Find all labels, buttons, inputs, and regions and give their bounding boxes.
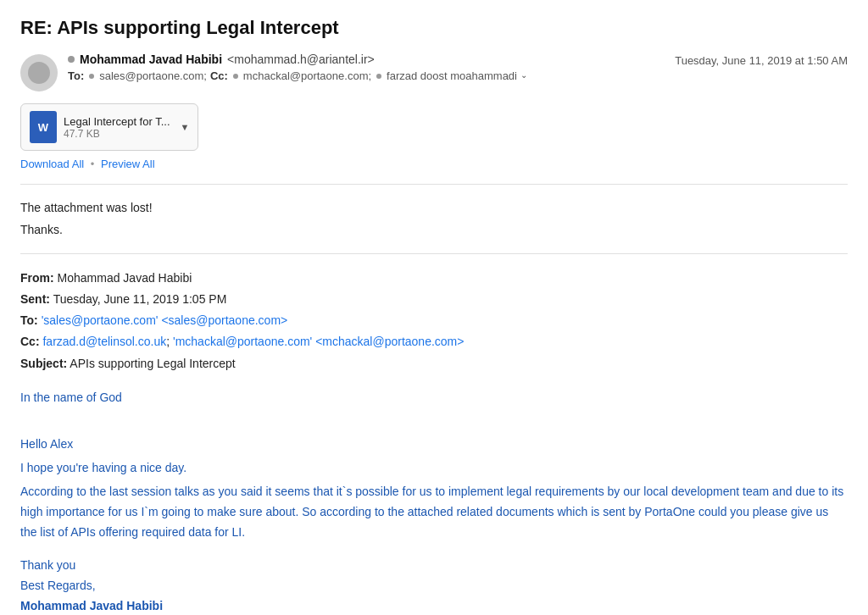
attachment-area: W Legal Intercept for T... 47.7 KB ▼ Dow… <box>20 103 848 170</box>
quoted-cc-label: Cc: <box>20 335 40 348</box>
cc-dot1-icon <box>233 74 238 79</box>
quoted-to-label: To: <box>20 313 38 327</box>
body-line2 <box>20 412 848 432</box>
cc-label: Cc: <box>210 69 228 82</box>
divider-2 <box>20 253 848 254</box>
body-line3: Hello Alex <box>20 435 848 455</box>
word-icon: W <box>30 111 57 143</box>
sign-thanks: Thank you <box>20 556 848 576</box>
body-intro1: The attachment was lost! <box>20 198 848 217</box>
quoted-section: From: Mohammad Javad Habibi Sent: Tuesda… <box>20 268 848 374</box>
attachment-separator: • <box>91 158 95 170</box>
recipients-expand-icon[interactable]: ⌄ <box>520 70 532 82</box>
body-intro2: Thanks. <box>20 220 848 239</box>
to-dot-icon <box>89 74 94 79</box>
attachment-size: 47.7 KB <box>64 128 170 140</box>
cc-address2: farzad doost moahammadi <box>387 69 517 82</box>
quoted-to: To: 'sales@portaone.com' <sales@portaone… <box>20 310 848 331</box>
sign-regards: Best Regards, <box>20 576 848 596</box>
signature: Thank you Best Regards, Mohammad Javad H… <box>20 556 848 615</box>
divider-1 <box>20 184 848 185</box>
quoted-meta: From: Mohammad Javad Habibi Sent: Tuesda… <box>20 268 848 374</box>
cc-dot2-icon <box>376 74 381 79</box>
quoted-subject: Subject: APIs supporting Legal Intercept <box>20 353 848 374</box>
header-row-wrap: Mohammad Javad Habibi <mohammad.h@ariant… <box>68 53 848 69</box>
quoted-cc-link1[interactable]: farzad.d@telinsol.co.uk <box>42 335 166 348</box>
to-label: To: <box>68 69 84 82</box>
header-meta: Mohammad Javad Habibi <mohammad.h@ariant… <box>68 53 848 82</box>
quoted-cc-link2[interactable]: 'mchackal@portaone.com' <box>173 335 312 348</box>
email-header: Mohammad Javad Habibi <mohammad.h@ariant… <box>20 53 848 91</box>
quoted-to-link2-href[interactable]: <sales@portaone.com> <box>161 313 287 327</box>
body-line1: In the name of God <box>20 388 848 408</box>
quoted-subject-value: APIs supporting Legal Intercept <box>70 357 235 370</box>
quoted-sent-label: Sent: <box>20 292 50 306</box>
preview-all-link[interactable]: Preview All <box>101 158 155 170</box>
quoted-cc-sep: ; <box>166 335 173 348</box>
attachment-dropdown-icon[interactable]: ▼ <box>177 122 190 132</box>
quoted-sent-value: Tuesday, June 11, 2019 1:05 PM <box>53 292 227 306</box>
attachment-box[interactable]: W Legal Intercept for T... 47.7 KB ▼ <box>20 103 198 151</box>
attachment-name: Legal Intercept for T... <box>64 115 170 128</box>
quoted-from-label: From: <box>20 271 54 285</box>
quoted-subject-label: Subject: <box>20 357 67 370</box>
sender-email: <mohammad.h@ariantel.ir> <box>227 53 375 66</box>
quoted-sent: Sent: Tuesday, June 11, 2019 1:05 PM <box>20 289 848 310</box>
download-all-link[interactable]: Download All <box>20 158 84 170</box>
quoted-cc-link3[interactable]: <mchackal@portaone.com> <box>315 335 464 348</box>
sender-name: Mohammad Javad Habibi <box>80 53 222 66</box>
email-date: Tuesday, June 11, 2019 at 1:50 AM <box>675 53 848 67</box>
quoted-to-link1[interactable]: 'sales@portaone.com' <box>42 313 159 327</box>
sign-name: Mohammad Javad Habibi <box>20 596 848 615</box>
cc-address1: mchackal@portaone.com; <box>243 69 371 82</box>
body-line4: I hope you're having a nice day. <box>20 458 848 479</box>
quoted-from: From: Mohammad Javad Habibi <box>20 268 848 289</box>
quoted-from-value: Mohammad Javad Habibi <box>58 271 192 285</box>
recipients-line: To: sales@portaone.com; Cc: mchackal@por… <box>68 69 848 82</box>
to-address: sales@portaone.com; <box>99 69 207 82</box>
attachment-info: Legal Intercept for T... 47.7 KB <box>64 115 170 140</box>
avatar-inner <box>28 62 50 84</box>
sender-dot-icon <box>68 56 75 63</box>
sender-line: Mohammad Javad Habibi <mohammad.h@ariant… <box>68 53 375 66</box>
email-body-colored: In the name of God Hello Alex I hope you… <box>20 388 848 543</box>
quoted-cc: Cc: farzad.d@telinsol.co.uk; 'mchackal@p… <box>20 331 848 352</box>
email-title: RE: APIs supporting Legal Intercept <box>20 17 848 39</box>
avatar <box>20 54 58 91</box>
body-line5: According to the last session talks as y… <box>20 482 848 542</box>
attachment-links: Download All • Preview All <box>20 158 848 170</box>
